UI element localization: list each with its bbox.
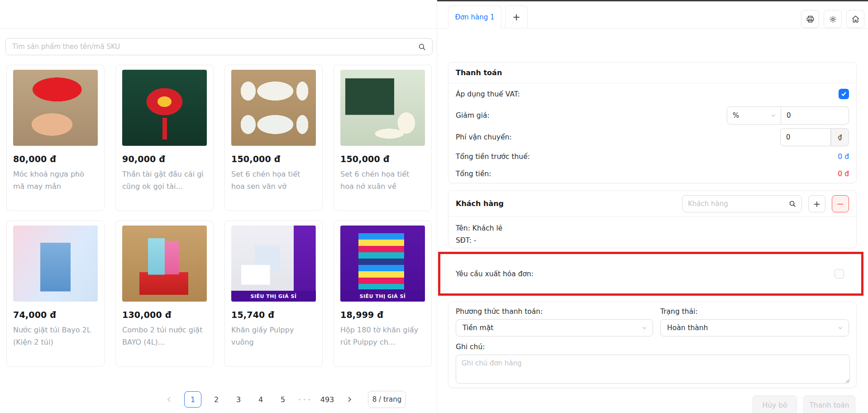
pagination-page-2[interactable]: 2: [209, 391, 224, 408]
product-price: 74,000 đ: [13, 310, 98, 320]
customer-section-header: Khách hàng + −: [448, 191, 856, 217]
product-image: [340, 70, 425, 146]
customer-search-input[interactable]: [682, 200, 789, 208]
product-price: 150,000 đ: [340, 154, 425, 164]
total-row: Tổng tiền: 0 đ: [448, 165, 856, 182]
cancel-button[interactable]: Hủy bỏ: [753, 395, 797, 413]
status-value: Hoàn thành: [667, 324, 708, 332]
product-search-input[interactable]: [6, 43, 418, 51]
product-image: [122, 226, 207, 302]
remove-customer-button[interactable]: −: [832, 195, 849, 212]
pagination-page-4[interactable]: 4: [253, 391, 268, 408]
shipping-label: Phí vận chuyển:: [456, 133, 512, 141]
product-image: [122, 70, 207, 146]
product-card[interactable]: 130,000 đ Combo 2 túi nước giặt BAYO (4L…: [115, 221, 214, 367]
pos-app: 80,000 đ Móc khoá ngựa phò mã may mắn 90…: [0, 0, 868, 413]
vat-label: Áp dụng thuế VAT:: [456, 90, 520, 98]
product-grid: 80,000 đ Móc khoá ngựa phò mã may mắn 90…: [6, 65, 432, 367]
product-card[interactable]: 80,000 đ Móc khoá ngựa phò mã may mắn: [6, 65, 105, 211]
product-name: Set 6 chén họa tiết hoa nở xuân về: [340, 168, 425, 192]
payment-section-header: Thanh toán: [448, 62, 856, 83]
customer-info: Tên: Khách lẻ SĐT: -: [448, 217, 856, 247]
product-card[interactable]: SIÊU THỊ GIÁ SỈ 18,999 đ Hộp 180 tờ khăn…: [334, 221, 432, 367]
product-search: [5, 38, 433, 55]
plus-icon: +: [813, 198, 821, 209]
payment-method-value: Tiền mặt: [463, 324, 493, 332]
home-button[interactable]: [846, 10, 864, 28]
product-card[interactable]: SIÊU THỊ GIÁ SỈ 15,740 đ Khăn giấy Pulpp…: [224, 221, 323, 367]
product-price: 90,000 đ: [122, 154, 207, 164]
order-form-section: Phương thức thanh toán: Tiền mặt Trạng t…: [448, 301, 857, 388]
pagination-prev-icon[interactable]: [162, 391, 176, 408]
product-image: [231, 70, 316, 146]
discount-input[interactable]: [781, 106, 849, 125]
payment-section: Thanh toán Áp dụng thuế VAT: Giảm giá: %…: [448, 62, 857, 183]
product-card[interactable]: 74,000 đ Nước giặt túi Bayo 2L (Kiện 2 t…: [6, 221, 105, 367]
invoice-request-checkbox[interactable]: [835, 269, 844, 279]
discount-row: Giảm giá: %: [448, 105, 856, 126]
product-image: SIÊU THỊ GIÁ SỈ: [340, 226, 425, 302]
tab-order-1[interactable]: Đơn hàng 1: [448, 5, 501, 29]
pagination: 1 2 3 4 5 ••• 493 8 / trang: [162, 390, 406, 408]
chevron-down-icon: [642, 325, 647, 331]
product-price: 15,740 đ: [231, 310, 316, 320]
product-banner: SIÊU THỊ GIÁ SỈ: [231, 291, 316, 302]
window-top-edge: [437, 0, 868, 1]
discount-label: Giảm giá:: [456, 111, 490, 120]
order-note-textarea[interactable]: [456, 355, 850, 384]
gear-icon: [829, 15, 837, 24]
customer-name: Tên: Khách lẻ: [456, 222, 849, 235]
pagination-page-1[interactable]: 1: [184, 391, 201, 408]
vat-checkbox[interactable]: [839, 89, 849, 99]
product-card[interactable]: 90,000 đ Thần tài gật đầu cái gì cũng ok…: [115, 65, 214, 211]
add-order-tab-button[interactable]: +: [505, 5, 528, 28]
search-icon[interactable]: [789, 200, 796, 207]
customer-title: Khách hàng: [456, 199, 504, 208]
product-image: SIÊU THỊ GIÁ SỈ: [231, 226, 316, 302]
pagination-last-page[interactable]: 493: [320, 391, 334, 408]
home-icon: [851, 15, 860, 24]
shipping-row: Phí vận chuyển: ₫: [448, 126, 856, 148]
status-label: Trạng thái:: [660, 307, 849, 316]
pagination-page-5[interactable]: 5: [276, 391, 290, 408]
minus-icon: −: [837, 198, 844, 209]
pagination-ellipsis[interactable]: •••: [298, 391, 312, 408]
subtotal-value: 0 đ: [838, 153, 849, 161]
product-name: Thần tài gật đầu cái gì cũng ok gọi tài.…: [122, 168, 207, 192]
pagination-next-icon[interactable]: [342, 391, 357, 408]
pagination-page-3[interactable]: 3: [231, 391, 246, 408]
customer-search: [682, 195, 802, 212]
product-name: Combo 2 túi nước giặt BAYO (4L)...: [122, 324, 207, 348]
status-select[interactable]: Hoàn thành: [660, 319, 849, 336]
checkout-button[interactable]: Thanh toán: [803, 395, 855, 413]
product-price: 130,000 đ: [122, 310, 207, 320]
product-name: Nước giặt túi Bayo 2L (Kiện 2 túi): [13, 324, 98, 348]
product-banner: SIÊU THỊ GIÁ SỈ: [340, 291, 425, 302]
note-label: Ghi chú:: [456, 343, 849, 351]
product-name: Hộp 180 tờ khăn giấy rút Pulppy ch...: [340, 324, 425, 348]
search-icon[interactable]: [418, 43, 426, 51]
add-customer-button[interactable]: +: [808, 195, 825, 212]
print-button[interactable]: [801, 10, 819, 28]
discount-unit-select[interactable]: %: [727, 106, 781, 125]
product-name: Khăn giấy Pulppy vuông: [231, 324, 316, 348]
page-size-select[interactable]: 8 / trang: [368, 391, 406, 408]
payment-method-label: Phương thức thanh toán:: [456, 307, 653, 316]
product-price: 18,999 đ: [340, 310, 425, 320]
product-name: Móc khoá ngựa phò mã may mắn: [13, 168, 98, 192]
customer-section: Khách hàng + − Tên: Khách lẻ SĐT: -: [448, 190, 857, 248]
subtotal-row: Tổng tiền trước thuế: 0 đ: [448, 148, 856, 165]
invoice-request-label: Yêu cầu xuất hóa đơn:: [456, 270, 534, 278]
panel-divider: [437, 0, 437, 413]
settings-button[interactable]: [824, 10, 842, 28]
total-value: 0 đ: [838, 170, 849, 178]
product-image: [13, 226, 98, 302]
currency-suffix: ₫: [831, 128, 849, 146]
product-card[interactable]: 150,000 đ Set 6 chén họa tiết hoa nở xuâ…: [334, 65, 432, 211]
annotation-highlight: Yêu cầu xuất hóa đơn:: [438, 252, 863, 296]
discount-unit-value: %: [733, 111, 739, 120]
subtotal-label: Tổng tiền trước thuế:: [456, 153, 530, 161]
shipping-fee-input[interactable]: [780, 128, 831, 146]
product-card[interactable]: 150,000 đ Set 6 chén họa tiết hoa sen vă…: [224, 65, 323, 211]
payment-method-select[interactable]: Tiền mặt: [456, 319, 653, 336]
